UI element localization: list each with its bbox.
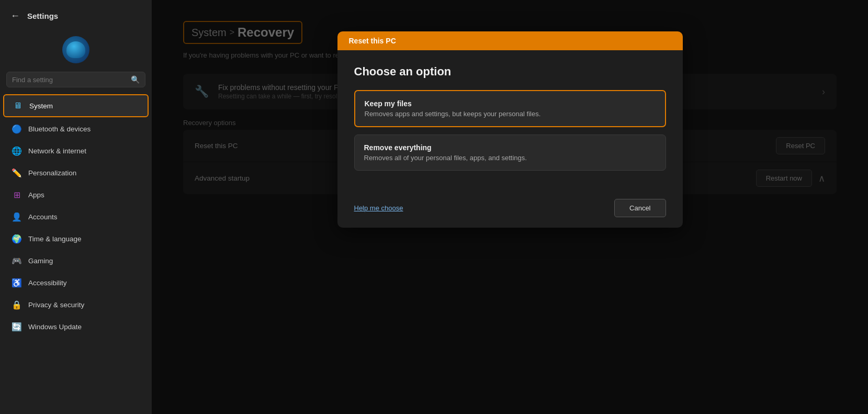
modal-header: Reset this PC — [337, 31, 683, 50]
help-me-choose-link[interactable]: Help me choose — [354, 204, 403, 212]
sidebar-item-label: Time & language — [28, 235, 82, 243]
main-content: System > Recovery If you're having probl… — [152, 0, 868, 414]
keep-files-title: Keep my files — [365, 99, 656, 108]
sidebar-item-network[interactable]: 🌐 Network & internet — [3, 140, 149, 161]
personalization-icon: ✏️ — [12, 167, 22, 178]
bluetooth-icon: 🔵 — [12, 124, 22, 134]
search-icon: 🔍 — [131, 75, 140, 84]
remove-everything-option[interactable]: Remove everything Removes all of your pe… — [354, 135, 666, 171]
modal-body: Choose an option Keep my files Removes a… — [337, 50, 683, 191]
remove-everything-title: Remove everything — [364, 143, 656, 152]
search-input[interactable] — [12, 76, 131, 84]
sidebar-item-label: System — [29, 102, 53, 110]
accounts-icon: 👤 — [12, 211, 22, 222]
sidebar-item-label: Apps — [28, 191, 44, 199]
keep-files-option[interactable]: Keep my files Removes apps and settings,… — [354, 90, 666, 127]
sidebar: ← Settings 🔍 🖥 System 🔵 Bluetooth & devi… — [0, 0, 152, 414]
sidebar-item-gaming[interactable]: 🎮 Gaming — [3, 250, 149, 271]
sidebar-item-label: Accessibility — [28, 279, 67, 287]
sidebar-item-label: Personalization — [28, 169, 76, 177]
keep-files-desc: Removes apps and settings, but keeps you… — [365, 110, 656, 118]
privacy-icon: 🔒 — [12, 299, 22, 310]
sidebar-item-apps[interactable]: ⊞ Apps — [3, 184, 149, 205]
avatar — [62, 36, 89, 63]
sidebar-item-update[interactable]: 🔄 Windows Update — [3, 316, 149, 337]
cancel-button[interactable]: Cancel — [614, 199, 666, 217]
settings-title: Settings — [27, 12, 58, 20]
update-icon: 🔄 — [12, 321, 22, 332]
sidebar-item-label: Network & internet — [28, 147, 86, 155]
sidebar-item-label: Accounts — [28, 213, 58, 221]
sidebar-item-label: Bluetooth & devices — [28, 125, 91, 133]
sidebar-item-label: Gaming — [28, 257, 53, 265]
search-box[interactable]: 🔍 — [6, 72, 145, 87]
sidebar-item-time[interactable]: 🌍 Time & language — [3, 228, 149, 249]
sidebar-item-personalization[interactable]: ✏️ Personalization — [3, 162, 149, 183]
sidebar-item-privacy[interactable]: 🔒 Privacy & security — [3, 294, 149, 315]
gaming-icon: 🎮 — [12, 255, 22, 266]
sidebar-item-label: Privacy & security — [28, 301, 84, 309]
remove-everything-desc: Removes all of your personal files, apps… — [364, 154, 656, 162]
back-button[interactable]: ← — [8, 8, 22, 24]
sidebar-item-accessibility[interactable]: ♿ Accessibility — [3, 272, 149, 293]
sidebar-item-bluetooth[interactable]: 🔵 Bluetooth & devices — [3, 118, 149, 139]
time-icon: 🌍 — [12, 233, 22, 244]
sidebar-item-label: Windows Update — [28, 323, 82, 331]
reset-modal: Reset this PC Choose an option Keep my f… — [337, 31, 683, 228]
modal-overlay: Reset this PC Choose an option Keep my f… — [152, 0, 868, 414]
sidebar-header: ← Settings — [0, 8, 152, 32]
modal-title: Choose an option — [354, 65, 666, 79]
system-icon: 🖥 — [13, 100, 23, 111]
apps-icon: ⊞ — [12, 189, 22, 200]
network-icon: 🌐 — [12, 146, 22, 156]
modal-footer: Help me choose Cancel — [337, 191, 683, 228]
accessibility-icon: ♿ — [12, 277, 22, 288]
sidebar-item-accounts[interactable]: 👤 Accounts — [3, 206, 149, 227]
sidebar-item-system[interactable]: 🖥 System — [3, 94, 149, 117]
